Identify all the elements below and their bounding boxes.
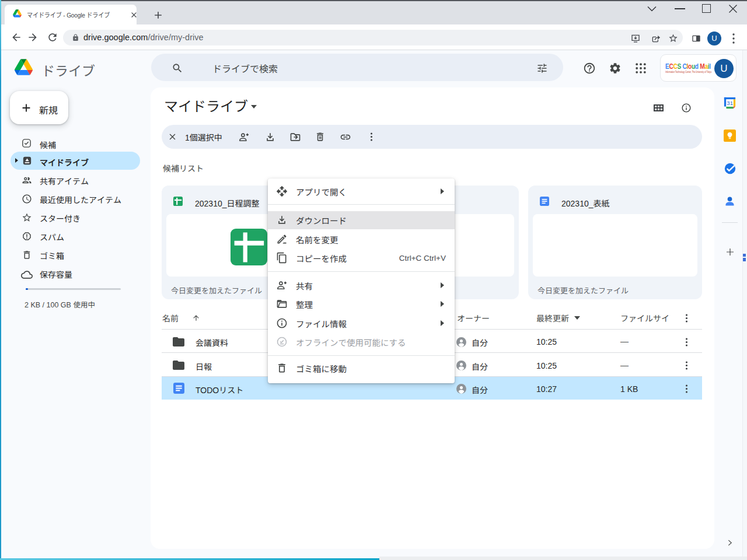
svg-text:31: 31 xyxy=(727,100,733,106)
